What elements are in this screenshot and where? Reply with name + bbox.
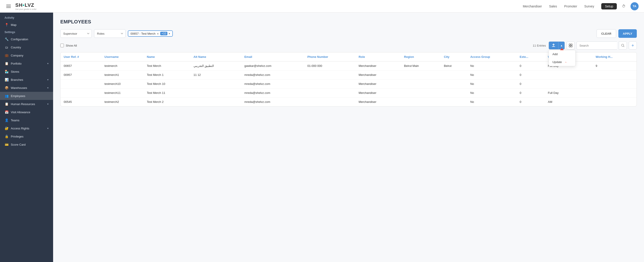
show-all-checkbox[interactable] [60,44,64,47]
sidebar-item-label: Employees [11,94,25,98]
search-icon [621,44,625,47]
action-btn-group: ▲ Add Update ← [548,42,565,50]
sidebar-item-employees[interactable]: 👥 Employees [0,92,53,100]
apply-button[interactable]: APPLY [618,29,637,38]
upload-icon [552,44,556,48]
sidebar-item-company[interactable]: 💼 Company [0,51,53,60]
filter-more-badge[interactable]: +10 [160,32,168,35]
clear-button[interactable]: CLEAR [596,29,616,38]
sidebar-item-label: Country [11,46,21,49]
employees-icon: 👥 [4,94,8,98]
body-layout: Activity 📍 Map Settings 🔧 Configuration … [0,12,644,262]
cell-alt_name: التطبيق التجريبي [190,62,241,70]
roles-filter[interactable]: Roles [94,29,126,38]
sidebar-item-human-resources[interactable]: 📋 Human Resources ▾ [0,100,53,108]
nav-promoter[interactable]: Promoter [564,4,577,8]
supervisor-filter[interactable]: Supervisor [60,29,92,38]
sidebar-item-teams[interactable]: 👤 Teams [0,116,53,124]
show-all-label[interactable]: Show All [60,44,77,47]
cell-username: testmerch2 [101,98,144,106]
topnav-left: SH▪LVZ Get your goods in order [6,2,523,10]
grid-icon [569,44,572,47]
cell-exte: 0 [516,80,544,88]
sidebar-item-privileges[interactable]: 🔒 Privileges [0,132,53,140]
sidebar-item-branches[interactable]: 📊 Branches ▾ [0,76,53,84]
cell-access_group: No [467,98,517,106]
sidebar-item-label: Score Card [11,143,26,146]
cell-alt_name [190,80,241,88]
cell-user_ref: 00545 [60,98,101,106]
col-role: Role [356,52,401,62]
add-row-button[interactable]: + [629,42,637,50]
nav-setup[interactable]: Setup [601,3,617,10]
filter-tag-close[interactable]: × [157,32,159,35]
table-row[interactable]: testmerch11Test Merch 11mreda@shelvz.com… [60,88,636,98]
upload-button[interactable] [548,42,558,50]
sidebar-item-score-card[interactable]: 💳 Score Card [0,140,53,148]
map-icon: 📍 [4,23,8,26]
toolbar-right: 11 Entries ▲ Add Update [533,42,637,50]
filter-chevron-icon[interactable]: ▾ [169,32,170,35]
table-row[interactable]: testmerch10Test Merch 10mreda@shelvz.com… [60,80,636,88]
search-input[interactable] [576,42,617,50]
cell-role: Merchandiser [356,88,401,98]
search-button[interactable] [619,42,627,50]
cell-role: Merchandiser [356,80,401,88]
sidebar-item-label: Teams [11,118,19,122]
privileges-icon: 🔒 [4,134,8,138]
page-title: EMPLOYEES [60,19,637,25]
cell-username: testmerch [101,62,144,70]
grid-view-button[interactable] [566,42,575,50]
dropdown-update-item[interactable]: Update ← [549,58,575,66]
sidebar-item-label: Portfolio [11,62,22,65]
tag-filter-group[interactable]: 00657 - Test Merch × +10 ▾ [128,30,173,37]
cell-phone [304,70,356,80]
cell-user_ref [60,80,101,88]
sidebar-item-country[interactable]: 🗂 Country [0,43,53,51]
timer-icon-btn[interactable]: ⏱ [620,2,628,10]
sidebar-item-configuration[interactable]: 🔧 Configuration [0,35,53,43]
sidebar-item-map[interactable]: 📍 Map [0,21,53,29]
col-email: Email [241,52,304,62]
hamburger-menu[interactable] [6,4,12,9]
avatar[interactable]: TA [630,2,638,10]
cell-city [441,70,467,80]
nav-sales[interactable]: Sales [549,4,557,8]
cell-working_h [592,80,636,88]
cell-working_h [592,98,636,106]
col-city: City [441,52,467,62]
main-content: EMPLOYEES Supervisor Roles 00657 - Test … [53,12,644,262]
sidebar-item-visit-allowance[interactable]: 📅 Visit Allowance [0,108,53,116]
col-name: Name [144,52,190,62]
sidebar-item-label: Branches [11,78,23,82]
sidebar-item-label: Company [11,54,24,57]
sidebar-activity-title: Activity [0,12,53,21]
sidebar-item-warehouses[interactable]: 📦 Warehouses ▾ [0,84,53,92]
dropdown-add-item[interactable]: Add [549,50,575,58]
nav-survey[interactable]: Survey [584,4,594,8]
table-row[interactable]: 00957testmerch1Test Merch 111 12mreda@sh… [60,70,636,80]
sidebar-item-stores[interactable]: 🏪 Stores [0,68,53,76]
cell-working_shift [545,70,592,80]
topnav: SH▪LVZ Get your goods in order Merchandi… [0,0,644,12]
cell-email: mreda@shelvz.com [241,98,304,106]
country-icon: 🗂 [4,46,8,49]
sidebar-item-portfolio[interactable]: 📋 Portfolio ▾ [0,60,53,68]
portfolio-icon: 📋 [4,62,8,65]
cell-exte: 0 [516,98,544,106]
cell-user_ref: 00657 [60,62,101,70]
cell-username: testmerch11 [101,88,144,98]
cell-phone [304,98,356,106]
cell-working_h: 9 [592,62,636,70]
col-region: Region [401,52,441,62]
table-row[interactable]: 00545testmerch2Test Merch 2mreda@shelvz.… [60,98,636,106]
cell-role: Merchandiser [356,62,401,70]
cell-phone: 01-000 000 [304,62,356,70]
col-access-group: Access Group [467,52,517,62]
sidebar-item-access-rights[interactable]: 🔐 Access Rights ▾ [0,124,53,132]
cell-exte: 0 [516,62,544,70]
entries-count: 11 Entries [533,44,546,47]
cell-name: Test Merch 10 [144,80,190,88]
nav-merchandiser[interactable]: Merchandiser [523,4,542,8]
col-alt-name: Alt Name [190,52,241,62]
